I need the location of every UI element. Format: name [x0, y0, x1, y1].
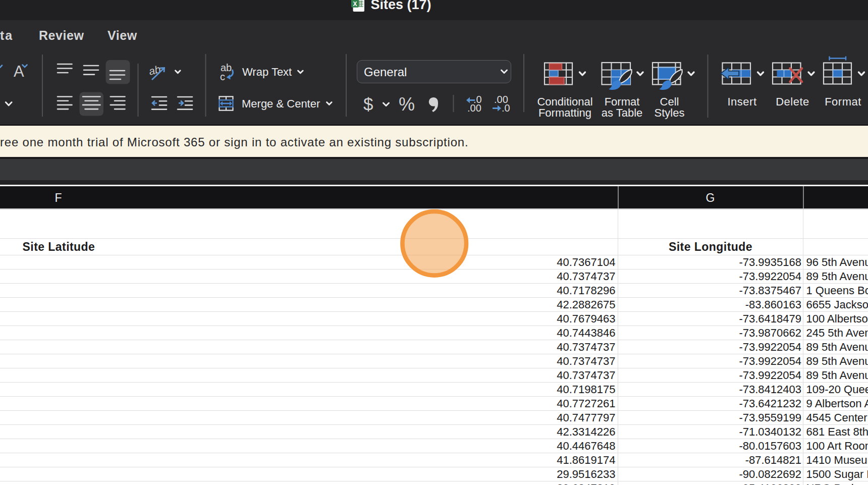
svg-text:ab: ab — [147, 63, 162, 77]
svg-text:.0: .0 — [502, 102, 510, 114]
svg-text:c: c — [220, 71, 225, 82]
svg-text:.00: .00 — [467, 102, 481, 114]
